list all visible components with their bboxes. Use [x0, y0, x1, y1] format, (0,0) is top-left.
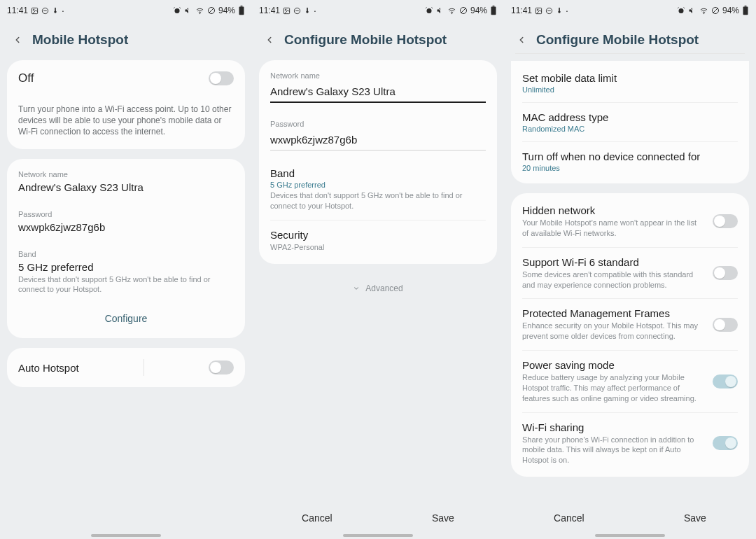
wifi-sharing-item[interactable]: Wi-Fi sharing Share your phone's Wi-Fi c… — [511, 413, 749, 475]
svg-point-15 — [426, 8, 431, 13]
back-button[interactable] — [265, 35, 274, 45]
auto-hotspot-toggle[interactable] — [209, 360, 234, 374]
hidden-network-item[interactable]: Hidden network Your Mobile Hotspot's nam… — [511, 196, 749, 247]
band-value: 5 GHz preferred — [270, 181, 486, 189]
battery-icon — [490, 6, 497, 15]
network-name-input[interactable] — [270, 83, 486, 103]
security-title: Security — [270, 229, 486, 241]
network-name-label: Network name — [270, 71, 486, 80]
svg-rect-10 — [241, 6, 243, 6]
mute-icon — [688, 6, 696, 15]
svg-point-1 — [33, 9, 34, 10]
svg-point-26 — [678, 8, 683, 13]
cancel-button[interactable]: Cancel — [288, 508, 346, 528]
setting-title: Hidden network — [522, 204, 703, 216]
svg-rect-21 — [493, 6, 495, 6]
svg-point-6 — [200, 13, 200, 13]
nav-pill[interactable] — [595, 534, 665, 537]
mac-address-type-item[interactable]: MAC address type Randomized MAC — [511, 103, 749, 141]
setting-sub: Randomized MAC — [522, 125, 738, 133]
alarm-icon — [425, 6, 433, 15]
set-data-limit-item[interactable]: Set mobile data limit Unlimited — [511, 64, 749, 102]
band-label: Band — [18, 250, 234, 258]
pmf-toggle[interactable] — [713, 318, 738, 332]
dnd-icon — [41, 7, 49, 15]
setting-title: Protected Management Frames — [522, 307, 703, 319]
page-title: Mobile Hotspot — [32, 32, 128, 48]
status-time: 11:41 — [259, 6, 280, 15]
wifi-icon — [447, 7, 456, 15]
wifi-sharing-toggle[interactable] — [713, 436, 738, 450]
setting-sub: Enhance security on your Mobile Hotspot.… — [522, 321, 703, 342]
dnd-icon — [545, 7, 553, 15]
save-button[interactable]: Save — [418, 508, 468, 528]
image-icon — [535, 7, 542, 15]
chevron-down-icon — [353, 285, 360, 292]
pane-mobile-hotspot: 11:41 · 94% — [0, 0, 252, 539]
svg-rect-31 — [743, 6, 748, 15]
svg-rect-32 — [745, 6, 747, 6]
setting-sub: Unlimited — [522, 85, 738, 94]
pmf-item[interactable]: Protected Management Frames Enhance secu… — [511, 299, 749, 350]
idle-timeout-item[interactable]: Turn off when no device connected for 20… — [511, 142, 749, 181]
svg-point-23 — [537, 9, 538, 10]
security-item[interactable]: Security WPA2-Personal — [259, 220, 497, 261]
wifi6-item[interactable]: Support Wi-Fi 6 standard Some devices ar… — [511, 248, 749, 299]
dot-icon: · — [314, 6, 316, 15]
dot-icon: · — [566, 6, 568, 15]
setting-sub: Your Mobile Hotspot's name won't appear … — [522, 218, 703, 239]
status-battery-pct: 94% — [722, 6, 739, 15]
svg-line-30 — [713, 8, 718, 13]
thermometer-icon — [52, 6, 59, 15]
alarm-icon — [173, 6, 181, 15]
dnd-icon — [293, 7, 301, 15]
status-battery-pct: 94% — [218, 6, 235, 15]
network-name-item[interactable]: Network name Andrew's Galaxy S23 Ultra — [7, 162, 245, 202]
band-item[interactable]: Band 5 GHz preferred Devices that don't … — [259, 159, 497, 220]
no-signal-icon — [459, 6, 468, 15]
back-button[interactable] — [13, 35, 22, 45]
alarm-icon — [677, 6, 685, 15]
image-icon — [31, 7, 38, 15]
back-button[interactable] — [517, 35, 526, 45]
password-input[interactable] — [270, 131, 486, 150]
battery-icon — [238, 6, 245, 15]
nav-pill[interactable] — [91, 534, 161, 537]
hotspot-toggle[interactable] — [209, 71, 234, 85]
setting-sub: Share your phone's Wi-Fi connection in a… — [522, 435, 703, 466]
setting-sub: Reduce battery usage by analyzing your M… — [522, 372, 703, 404]
page-title: Configure Mobile Hotspot — [536, 32, 699, 48]
status-battery-pct: 94% — [470, 6, 487, 15]
setting-title: Wi-Fi sharing — [522, 421, 703, 433]
auto-hotspot-label: Auto Hotspot — [18, 362, 79, 374]
mute-icon — [184, 6, 192, 15]
wifi6-toggle[interactable] — [713, 266, 738, 280]
configure-button[interactable]: Configure — [7, 303, 245, 335]
advanced-toggle[interactable]: Advanced — [259, 274, 497, 303]
band-title: Band — [270, 167, 486, 179]
password-label: Password — [270, 120, 486, 128]
svg-point-4 — [174, 8, 179, 13]
setting-title: Turn off when no device connected for — [522, 150, 738, 162]
save-button[interactable]: Save — [670, 508, 720, 528]
no-signal-icon — [207, 6, 216, 15]
password-item[interactable]: Password wxwpk6zjwz87g6b — [7, 202, 245, 241]
nav-pill[interactable] — [343, 534, 413, 537]
status-bar: 11:41 · 94% — [0, 0, 252, 21]
power-saving-toggle[interactable] — [713, 374, 738, 388]
band-helper: Devices that don't support 5 GHz won't b… — [18, 274, 234, 295]
cancel-button[interactable]: Cancel — [540, 508, 598, 528]
status-time: 11:41 — [7, 6, 28, 15]
thermometer-icon — [556, 6, 563, 15]
svg-point-12 — [285, 9, 286, 10]
power-saving-item[interactable]: Power saving mode Reduce battery usage b… — [511, 351, 749, 412]
setting-sub: Some devices aren't compatible with this… — [522, 270, 703, 290]
svg-point-28 — [704, 13, 704, 13]
hidden-network-toggle[interactable] — [713, 214, 738, 228]
band-item[interactable]: Band 5 GHz preferred Devices that don't … — [7, 241, 245, 304]
network-name-label: Network name — [18, 170, 234, 178]
svg-point-17 — [451, 13, 452, 13]
setting-title: Power saving mode — [522, 359, 703, 371]
no-signal-icon — [711, 6, 720, 15]
password-label: Password — [18, 210, 234, 218]
